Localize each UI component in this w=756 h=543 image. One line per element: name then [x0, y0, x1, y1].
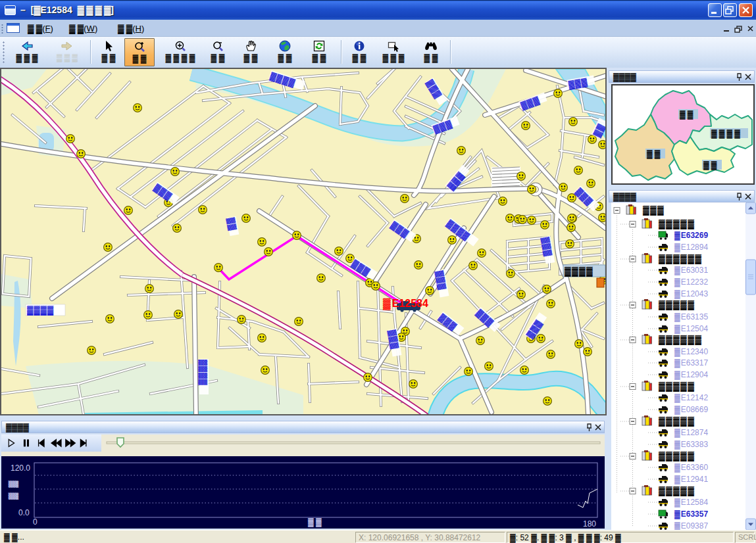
svg-text:▓▓▓▓▓▓: ▓▓▓▓▓▓ — [659, 254, 702, 264]
svg-text:▓E12043: ▓E12043 — [674, 289, 708, 299]
svg-text:0.0: 0.0 — [18, 508, 30, 517]
svg-text:▓▓▓▓▓: ▓▓▓▓▓ — [659, 451, 695, 461]
svg-text:▓E63317: ▓E63317 — [674, 358, 708, 368]
svg-text:▓▓▓▓: ▓▓▓▓ — [565, 266, 593, 277]
svg-text:120.0: 120.0 — [11, 463, 30, 473]
svg-text:▓E12894: ▓E12894 — [674, 243, 708, 252]
svg-text:▓E08669: ▓E08669 — [674, 405, 708, 415]
svg-text:▓E63031: ▓E63031 — [674, 266, 708, 275]
svg-text:▓▓▓▓▓: ▓▓▓▓▓ — [659, 416, 695, 427]
svg-text:▓E63383: ▓E63383 — [674, 440, 708, 450]
svg-text:▓E12142: ▓E12142 — [674, 393, 708, 403]
svg-text:▓E12232: ▓E12232 — [674, 277, 708, 287]
svg-text:▓▓▓▓: ▓▓▓▓ — [711, 129, 742, 139]
svg-text:0: 0 — [33, 517, 38, 527]
svg-text:▓▓▓▓▓: ▓▓▓▓▓ — [659, 219, 695, 229]
svg-text:▓▓▓: ▓▓▓ — [643, 205, 665, 216]
svg-text:▓▓: ▓▓ — [703, 160, 719, 170]
svg-text:▓E09387: ▓E09387 — [674, 521, 708, 530]
svg-text:▓▓▓▓: ▓▓▓▓ — [27, 305, 54, 316]
svg-text:▓E12504: ▓E12504 — [674, 324, 708, 334]
svg-text:▓▓: ▓▓ — [7, 476, 19, 500]
svg-text:▓▓: ▓▓ — [647, 149, 663, 159]
svg-text:▓E63360: ▓E63360 — [674, 463, 708, 473]
svg-text:▓E12874: ▓E12874 — [674, 428, 708, 438]
svg-text:▓E12340: ▓E12340 — [674, 347, 708, 357]
svg-text:▓▓: ▓▓ — [308, 517, 324, 527]
svg-text:▓▓▓▓▓▓: ▓▓▓▓▓▓ — [659, 335, 702, 345]
svg-text:▓▓▓▓: ▓▓▓▓ — [198, 360, 208, 385]
svg-text:▓E12904: ▓E12904 — [674, 370, 708, 380]
svg-text:▓E63357: ▓E63357 — [674, 509, 708, 519]
svg-text:▓▓▓: ▓▓▓ — [520, 95, 542, 111]
svg-text:▓▓: ▓▓ — [680, 110, 695, 120]
svg-text:▓▓▓▓▓: ▓▓▓▓▓ — [659, 300, 695, 310]
svg-text:▓E12584: ▓E12584 — [383, 298, 428, 310]
svg-text:▓▓▓▓▓: ▓▓▓▓▓ — [659, 486, 695, 496]
svg-text:▓E12941: ▓E12941 — [674, 475, 708, 484]
svg-text:▓▓: ▓▓ — [226, 217, 238, 231]
svg-text:▓E12584: ▓E12584 — [674, 498, 708, 508]
svg-text:▓▓▓▓▓: ▓▓▓▓▓ — [659, 381, 695, 392]
svg-text:▓E63135: ▓E63135 — [674, 312, 708, 322]
svg-text:▓E63269: ▓E63269 — [674, 231, 708, 241]
svg-text:180: 180 — [583, 519, 596, 529]
